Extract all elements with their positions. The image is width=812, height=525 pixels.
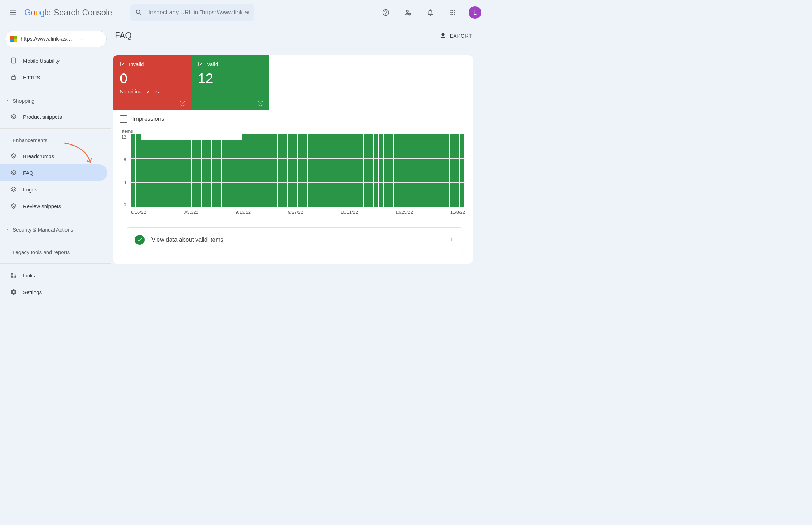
sidebar-group-label: Security & Manual Actions	[13, 227, 73, 233]
chart-bar	[257, 134, 262, 207]
manage-users-button[interactable]	[401, 6, 415, 19]
impressions-label: Impressions	[132, 116, 164, 123]
sidebar-item-label: Product snippets	[23, 114, 62, 120]
chart-bar	[364, 134, 368, 207]
chart-bar	[131, 134, 135, 207]
notifications-button[interactable]	[423, 6, 437, 19]
chart-bar	[399, 134, 404, 207]
sidebar-group-label: Legacy tools and reports	[13, 249, 70, 255]
chart-bar	[394, 134, 399, 207]
chart-bar	[429, 134, 434, 207]
chart-bar	[217, 140, 222, 207]
chart-bar	[439, 134, 444, 207]
chart-bar	[374, 134, 378, 207]
sidebar-group-security[interactable]: Security & Manual Actions	[0, 222, 111, 237]
checkbox-checked-icon	[120, 61, 126, 67]
chart-bar	[267, 134, 272, 207]
main: FAQ EXPORT Invalid	[111, 25, 487, 313]
chart-bar	[146, 140, 151, 207]
chart-plot	[130, 134, 465, 207]
mobile-icon	[10, 57, 17, 64]
sidebar-group-legacy[interactable]: Legacy tools and reports	[0, 244, 111, 260]
chart-bar	[247, 134, 252, 207]
avatar-initial: L	[473, 9, 477, 16]
chart-bar	[288, 134, 292, 207]
sidebar-item-links[interactable]: Links	[0, 267, 107, 284]
chart-bar	[338, 134, 343, 207]
invalid-label: Invalid	[129, 61, 144, 67]
chart-bar	[278, 134, 282, 207]
chart-bar	[186, 140, 191, 207]
checkbox-checked-icon	[198, 61, 204, 67]
sidebar-item-logos[interactable]: Logos	[0, 181, 107, 198]
sidebar-item-breadcrumbs[interactable]: Breadcrumbs	[0, 148, 107, 164]
header: Google Search Console L	[0, 0, 487, 25]
sidebar-item-mobile-usability[interactable]: Mobile Usability	[0, 52, 107, 69]
chart-bar	[308, 134, 313, 207]
sidebar-group-label: Shopping	[13, 98, 34, 104]
caret-down-icon	[6, 99, 9, 102]
chart-bar	[202, 140, 206, 207]
chart-bar	[262, 134, 267, 207]
search-input[interactable]	[148, 9, 249, 16]
chart-bar	[404, 134, 409, 207]
impressions-checkbox[interactable]	[120, 115, 127, 123]
chart-bar	[368, 134, 373, 207]
chart-bar	[212, 140, 217, 207]
svg-text:?: ?	[181, 101, 184, 105]
chevron-right-icon	[448, 236, 455, 243]
layers-icon	[10, 152, 17, 160]
chart-bar	[409, 134, 414, 207]
chart-bar	[379, 134, 384, 207]
help-icon[interactable]: ?	[179, 100, 186, 107]
sidebar-group-label: Enhancements	[13, 137, 47, 143]
chart-bar	[424, 134, 429, 207]
sidebar-item-product-snippets[interactable]: Product snippets	[0, 108, 107, 125]
summary-tab-valid[interactable]: Valid 12 ?	[191, 55, 269, 110]
avatar[interactable]: L	[469, 6, 481, 19]
sidebar-item-label: Breadcrumbs	[23, 153, 54, 159]
chart-bar	[176, 140, 181, 207]
layers-icon	[10, 113, 17, 120]
apps-button[interactable]	[446, 6, 460, 19]
summary-tab-invalid[interactable]: Invalid 0 No critical issues ?	[113, 55, 191, 110]
sidebar-item-faq[interactable]: FAQ	[0, 164, 107, 181]
chart-bar	[237, 140, 242, 207]
chart-bar	[454, 134, 459, 207]
export-label: EXPORT	[450, 33, 472, 39]
chart-bar	[313, 134, 318, 207]
sidebar-group-shopping[interactable]: Shopping	[0, 93, 111, 108]
sidebar-item-https[interactable]: HTTPS	[0, 69, 107, 86]
sidebar-item-review-snippets[interactable]: Review snippets	[0, 198, 107, 214]
chart-bar	[323, 134, 328, 207]
lock-icon	[10, 73, 17, 81]
chart-bar	[292, 134, 297, 207]
chart-bar	[414, 134, 419, 207]
chart-bar	[298, 134, 303, 207]
invalid-sub: No critical issues	[120, 88, 184, 94]
property-picker[interactable]: https://www.link-as…	[5, 31, 107, 47]
chart-bar	[151, 140, 156, 207]
chart-bar	[450, 134, 454, 207]
product-name: Search Console	[54, 8, 112, 17]
help-button[interactable]	[379, 6, 393, 19]
chart-bar	[460, 134, 464, 207]
chart-bar	[181, 140, 186, 207]
url-inspect-field[interactable]	[130, 4, 254, 21]
chart-bar	[171, 140, 176, 207]
download-icon	[439, 32, 446, 39]
chart-bar	[303, 134, 308, 207]
help-icon[interactable]: ?	[257, 100, 264, 107]
sidebar-group-enhancements[interactable]: Enhancements	[0, 132, 111, 148]
chart-bar	[141, 140, 146, 207]
chart-bar	[318, 134, 323, 207]
view-valid-items-row[interactable]: View data about valid items	[127, 227, 463, 252]
status-card: Invalid 0 No critical issues ?	[113, 55, 473, 264]
hamburger-menu[interactable]	[6, 6, 20, 19]
sidebar-item-settings[interactable]: Settings	[0, 284, 107, 300]
sidebar-item-label: Mobile Usability	[23, 58, 60, 64]
layers-icon	[10, 202, 17, 210]
chart-bar	[353, 134, 358, 207]
export-button[interactable]: EXPORT	[439, 32, 472, 39]
chart-bar	[232, 140, 237, 207]
